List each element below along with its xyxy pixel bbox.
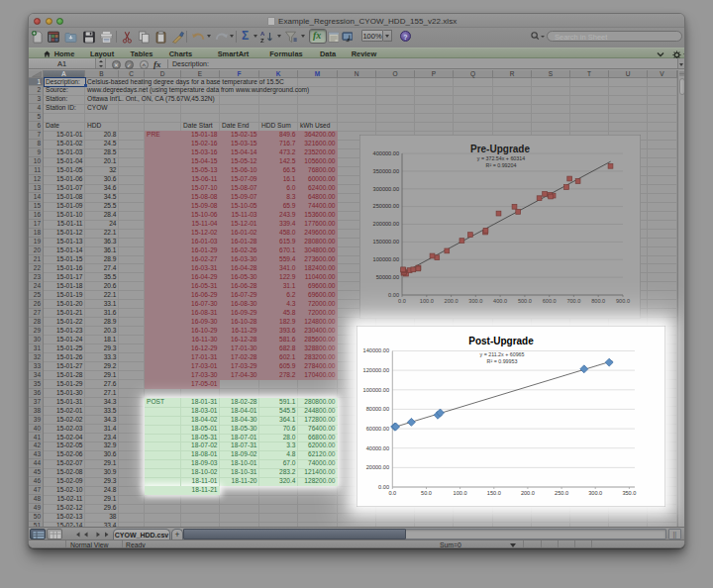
svg-text:50.0: 50.0 xyxy=(421,490,432,496)
svg-text:R² = 0.99953: R² = 0.99953 xyxy=(487,358,518,364)
svg-text:350.0: 350.0 xyxy=(622,490,636,496)
svg-text:100000.00: 100000.00 xyxy=(363,387,389,393)
svg-text:0.00: 0.00 xyxy=(378,484,389,490)
svg-text:600.0: 600.0 xyxy=(543,297,557,303)
svg-text:250000.00: 250000.00 xyxy=(373,203,399,209)
svg-text:500.0: 500.0 xyxy=(518,297,532,303)
svg-text:700.0: 700.0 xyxy=(566,297,580,303)
svg-text:300.0: 300.0 xyxy=(468,297,482,303)
svg-text:80000.00: 80000.00 xyxy=(366,406,389,412)
svg-text:300.0: 300.0 xyxy=(588,490,602,496)
svg-text:200.0: 200.0 xyxy=(445,297,458,303)
svg-text:100.0: 100.0 xyxy=(420,297,434,303)
svg-text:800.0: 800.0 xyxy=(591,297,605,303)
svg-text:40000.00: 40000.00 xyxy=(366,445,389,451)
svg-text:Pre-Upgrade: Pre-Upgrade xyxy=(470,144,530,154)
svg-text:400000.00: 400000.00 xyxy=(373,149,399,155)
svg-text:120000.00: 120000.00 xyxy=(363,367,389,373)
svg-text:0.0: 0.0 xyxy=(398,297,406,303)
svg-text:y = 372.54x + 60314: y = 372.54x + 60314 xyxy=(477,154,525,160)
svg-text:300000.00: 300000.00 xyxy=(373,185,399,191)
svg-text:60000.00: 60000.00 xyxy=(366,426,389,432)
svg-text:200000.00: 200000.00 xyxy=(373,221,399,227)
svg-text:400.0: 400.0 xyxy=(493,297,507,303)
svg-text:350000.00: 350000.00 xyxy=(373,167,399,173)
svg-text:Z: Z xyxy=(260,38,264,44)
svg-text:150.0: 150.0 xyxy=(487,490,501,496)
svg-text:Post-Upgrade: Post-Upgrade xyxy=(468,336,534,346)
svg-text:20000.00: 20000.00 xyxy=(366,464,389,470)
svg-text:150000.00: 150000.00 xyxy=(373,239,399,245)
svg-text:0.0: 0.0 xyxy=(388,490,396,496)
svg-text:100.0: 100.0 xyxy=(454,490,467,496)
svg-text:140000.00: 140000.00 xyxy=(363,347,389,353)
svg-text:A: A xyxy=(260,31,265,37)
svg-text:y = 211.2x + 60965: y = 211.2x + 60965 xyxy=(480,351,525,357)
svg-text:R² = 0.99204: R² = 0.99204 xyxy=(486,161,517,167)
svg-text:50000.00: 50000.00 xyxy=(376,273,399,279)
svg-text:200.0: 200.0 xyxy=(521,490,535,496)
svg-text:250.0: 250.0 xyxy=(555,490,568,496)
svg-text:100000.00: 100000.00 xyxy=(373,256,399,262)
svg-text:900.0: 900.0 xyxy=(616,297,630,303)
